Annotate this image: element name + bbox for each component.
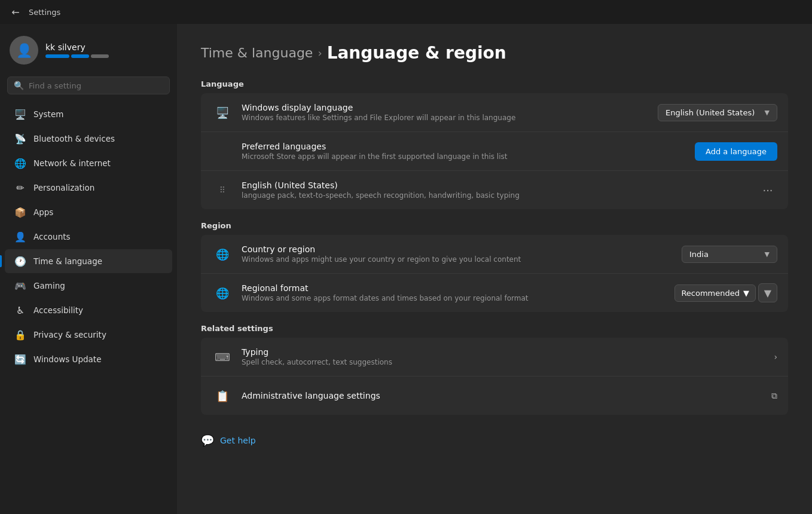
display-language-control: English (United States) ▼ (658, 104, 777, 121)
display-language-title: Windows display language (242, 103, 658, 112)
sidebar-item-time-language[interactable]: 🕐 Time & language (5, 249, 172, 273)
get-help-icon: 💬 (201, 434, 214, 446)
display-language-row: 🖥️ Windows display language Windows feat… (201, 93, 788, 132)
nav-icon-accessibility: ♿ (14, 304, 26, 316)
admin-language-row[interactable]: 📋 Administrative language settings ⧉ (201, 377, 788, 415)
more-options-button[interactable]: ··· (758, 180, 777, 200)
breadcrumb-parent[interactable]: Time & language (201, 45, 313, 60)
country-region-icon: 🌐 (212, 243, 233, 265)
back-button[interactable]: ← (7, 4, 24, 20)
nav-icon-privacy: 🔒 (14, 329, 26, 341)
country-region-control: India ▼ (682, 246, 777, 263)
english-us-title: English (United States) (242, 180, 758, 190)
breadcrumb: Time & language › Language & region (201, 43, 788, 63)
sidebar-item-bluetooth[interactable]: 📡 Bluetooth & devices (5, 127, 172, 151)
language-section-label: Language (201, 79, 788, 88)
sidebar-item-label-gaming: Gaming (33, 281, 65, 290)
add-language-button[interactable]: Add a language (695, 142, 777, 161)
admin-language-title: Administrative language settings (242, 391, 771, 400)
search-box[interactable]: 🔍 (7, 77, 170, 94)
display-language-desc: Windows features like Settings and File … (242, 114, 658, 122)
display-language-icon: 🖥️ (212, 102, 233, 123)
search-icon: 🔍 (14, 81, 24, 90)
user-profile[interactable]: 👤 kk silvery (0, 29, 177, 77)
nav-icon-system: 🖥️ (14, 108, 26, 120)
sidebar-item-label-time-language: Time & language (33, 256, 102, 266)
display-language-dropdown[interactable]: English (United States) ▼ (658, 104, 777, 121)
nav-icon-gaming: 🎮 (14, 280, 26, 292)
typing-row[interactable]: ⌨️ Typing Spell check, autocorrect, text… (201, 338, 788, 377)
regional-format-control: Recommended ▼ ▼ (674, 283, 777, 302)
language-card: 🖥️ Windows display language Windows feat… (201, 93, 788, 209)
sidebar: 👤 kk silvery 🔍 🖥️ System 📡 Bluetooth & d… (0, 24, 177, 514)
titlebar: ← Settings (0, 0, 812, 24)
sidebar-item-apps[interactable]: 📦 Apps (5, 200, 172, 224)
admin-language-control: ⧉ (771, 391, 777, 401)
nav-icon-personalization: ✏️ (14, 182, 26, 194)
sidebar-item-label-accounts: Accounts (33, 232, 71, 241)
nav-icon-bluetooth: 📡 (14, 133, 26, 145)
avatar: 👤 (10, 36, 38, 65)
drag-handle-icon: ⠿ (212, 179, 233, 201)
typing-title: Typing (242, 347, 774, 357)
country-region-desc: Windows and apps might use your country … (242, 255, 682, 264)
region-section-label: Region (201, 221, 788, 230)
sidebar-item-network[interactable]: 🌐 Network & internet (5, 151, 172, 175)
main-content: Time & language › Language & region Lang… (177, 24, 812, 514)
english-us-desc: language pack, text-to-speech, speech re… (242, 191, 758, 200)
country-region-row: 🌐 Country or region Windows and apps mig… (201, 235, 788, 274)
regional-format-dropdown[interactable]: Recommended ▼ (674, 284, 756, 302)
sidebar-item-label-apps: Apps (33, 207, 53, 217)
user-bar-seg-2 (71, 54, 89, 58)
user-bar-seg-1 (45, 54, 69, 58)
nav-list: 🖥️ System 📡 Bluetooth & devices 🌐 Networ… (0, 102, 177, 372)
sidebar-item-windows-update[interactable]: 🔄 Windows Update (5, 347, 172, 371)
nav-icon-apps: 📦 (14, 206, 26, 218)
regional-format-title: Regional format (242, 283, 674, 293)
sidebar-item-label-system: System (33, 109, 63, 119)
nav-icon-windows-update: 🔄 (14, 353, 26, 365)
sidebar-item-accessibility[interactable]: ♿ Accessibility (5, 298, 172, 322)
chevron-down-icon: ▼ (765, 250, 770, 258)
sidebar-item-label-bluetooth: Bluetooth & devices (33, 134, 115, 143)
sidebar-item-label-network: Network & internet (33, 158, 111, 168)
region-card: 🌐 Country or region Windows and apps mig… (201, 235, 788, 312)
chevron-down-icon: ▼ (765, 109, 770, 117)
nav-icon-accounts: 👤 (14, 231, 26, 243)
related-settings-label: Related settings (201, 324, 788, 333)
get-help-link[interactable]: Get help (220, 436, 256, 445)
regional-format-desc: Windows and some apps format dates and t… (242, 294, 674, 302)
preferred-languages-desc: Microsoft Store apps will appear in the … (242, 152, 695, 161)
nav-icon-time-language: 🕐 (14, 255, 26, 267)
nav-icon-network: 🌐 (14, 157, 26, 169)
sidebar-item-privacy[interactable]: 🔒 Privacy & security (5, 323, 172, 347)
user-bar (45, 54, 109, 58)
english-us-row: ⠿ English (United States) language pack,… (201, 171, 788, 209)
search-input[interactable] (29, 81, 163, 90)
preferred-languages-row: Preferred languages Microsoft Store apps… (201, 132, 788, 171)
related-settings-card: ⌨️ Typing Spell check, autocorrect, text… (201, 338, 788, 415)
country-region-dropdown[interactable]: India ▼ (682, 246, 777, 263)
user-name: kk silvery (45, 42, 109, 52)
sidebar-item-label-accessibility: Accessibility (33, 305, 83, 315)
regional-format-icon: 🌐 (212, 282, 233, 304)
preferred-languages-icon (212, 140, 233, 162)
regional-format-row: 🌐 Regional format Windows and some apps … (201, 274, 788, 312)
titlebar-title: Settings (29, 8, 60, 17)
regional-format-expand-button[interactable]: ▼ (758, 283, 777, 302)
admin-language-icon: 📋 (212, 385, 233, 406)
sidebar-item-system[interactable]: 🖥️ System (5, 102, 172, 126)
get-help-row: 💬 Get help (201, 429, 788, 451)
typing-icon: ⌨️ (212, 346, 233, 368)
sidebar-item-gaming[interactable]: 🎮 Gaming (5, 274, 172, 298)
chevron-down-icon: ▼ (743, 289, 749, 298)
country-region-title: Country or region (242, 244, 682, 254)
breadcrumb-separator: › (318, 47, 322, 59)
sidebar-item-personalization[interactable]: ✏️ Personalization (5, 176, 172, 200)
sidebar-item-accounts[interactable]: 👤 Accounts (5, 225, 172, 249)
sidebar-item-label-windows-update: Windows Update (33, 354, 101, 364)
breadcrumb-current: Language & region (327, 43, 506, 63)
sidebar-item-label-privacy: Privacy & security (33, 330, 106, 339)
external-link-icon: ⧉ (771, 391, 777, 401)
chevron-right-icon: › (774, 352, 777, 362)
